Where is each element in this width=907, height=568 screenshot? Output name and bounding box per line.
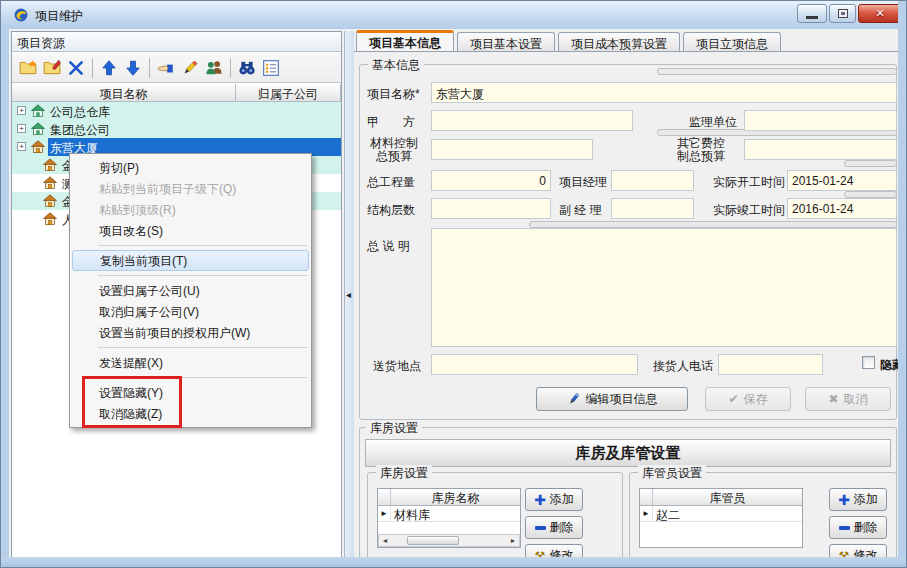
description-textarea[interactable] <box>431 228 897 347</box>
new-folder-icon[interactable] <box>16 56 40 80</box>
delivery-place-input[interactable] <box>431 354 638 375</box>
collapse-arrow-icon[interactable]: ◂ <box>346 289 351 300</box>
tree-column-header: 项目名称 归属子公司 <box>12 84 341 102</box>
tree-row[interactable]: +公司总仓库 <box>12 102 341 120</box>
menu-item[interactable]: 发送提醒(X) <box>72 352 309 373</box>
actual-finish-label: 实际竣工时间 <box>713 202 785 219</box>
titlebar: 项目维护 ✕ <box>1 1 907 29</box>
project-manager-input[interactable] <box>611 170 694 191</box>
edit-project-button[interactable]: 编辑项目信息 <box>536 387 688 411</box>
hand-pointer-icon[interactable] <box>154 56 178 80</box>
expand-icon[interactable]: + <box>17 106 26 115</box>
pencil-icon[interactable] <box>178 56 202 80</box>
minimize-icon <box>806 16 818 19</box>
project-icon <box>42 157 58 173</box>
column-project-name[interactable]: 项目名称 <box>12 84 236 102</box>
tab-3[interactable]: 项目成本预算设置 <box>558 32 680 52</box>
left-panel-header: 项目资源 <box>12 32 341 52</box>
table-column-title: 库房名称 <box>391 489 520 505</box>
users-icon[interactable] <box>202 56 226 80</box>
menu-item[interactable]: 复制当前项目(T) <box>72 250 309 271</box>
edit-folder-icon[interactable] <box>40 56 64 80</box>
menu-item[interactable]: 设置当前项目的授权用户(W) <box>72 322 309 343</box>
keeper-remove-button[interactable]: 删除 <box>829 516 887 539</box>
warehouse-left-legend: 库房设置 <box>376 465 432 482</box>
deputy-manager-label: 副 经 理 <box>559 202 602 219</box>
table-row[interactable]: ►材料库 <box>378 506 520 522</box>
supervisor-input[interactable] <box>744 110 897 131</box>
restore-button[interactable] <box>829 4 856 23</box>
list-view-icon[interactable] <box>259 56 283 80</box>
search-icon[interactable] <box>235 56 259 80</box>
project-manager-label: 项目经理 <box>559 174 607 191</box>
tab-4[interactable]: 项目立项信息 <box>683 32 781 52</box>
floors-input[interactable] <box>431 198 551 219</box>
supervisor-label: 监理单位 <box>689 114 737 131</box>
keeper-group-legend: 库管员设置 <box>638 465 706 482</box>
tree-label[interactable]: 集团总公司 <box>50 122 110 139</box>
hide-checkbox[interactable] <box>862 356 875 369</box>
total-quantity-label: 总工程量 <box>367 174 415 191</box>
cancel-button[interactable]: ✖ 取消 <box>805 387 891 411</box>
expand-icon[interactable]: + <box>17 142 26 151</box>
menu-item[interactable]: 剪切(P) <box>72 157 309 178</box>
deputy-manager-input[interactable] <box>611 198 694 219</box>
delete-icon[interactable] <box>64 56 88 80</box>
table-row[interactable]: ►赵二 <box>640 506 802 522</box>
tab-1[interactable]: 项目基本信息 <box>356 30 454 52</box>
basic-info-legend: 基本信息 <box>368 57 424 74</box>
close-button[interactable]: ✕ <box>858 4 902 23</box>
row-separator <box>844 191 897 198</box>
check-icon: ✔ <box>728 392 738 406</box>
company-icon <box>30 103 46 119</box>
expand-icon[interactable]: + <box>17 124 26 133</box>
project-icon <box>30 139 46 155</box>
warehouse-table-scrollbar[interactable]: ◄ ► <box>378 534 520 547</box>
menu-item[interactable]: 设置归属子公司(U) <box>72 280 309 301</box>
window-title: 项目维护 <box>35 8 83 25</box>
minus-icon <box>839 526 850 530</box>
receiver-phone-input[interactable] <box>718 354 823 375</box>
warehouse-banner: 库房及库管设置 <box>365 439 891 467</box>
project-name-label: 项目名称* <box>367 86 420 103</box>
delivery-place-label: 送货地点 <box>373 358 421 375</box>
scroll-left-icon[interactable]: ◄ <box>379 537 391 544</box>
project-icon <box>42 211 58 227</box>
menu-item[interactable]: 取消归属子公司(V) <box>72 301 309 322</box>
total-quantity-input[interactable]: 0 <box>431 170 551 191</box>
description-label: 总 说 明 <box>367 238 410 255</box>
menu-item[interactable]: 设置隐藏(Y) <box>72 382 309 403</box>
actual-start-label: 实际开工时间 <box>713 174 785 191</box>
panel-splitter[interactable]: ◂ <box>344 31 354 557</box>
x-icon: ✖ <box>828 392 838 406</box>
menu-item: 粘贴到顶级(R) <box>72 199 309 220</box>
tree-row[interactable]: +集团总公司 <box>12 120 341 138</box>
other-budget-input[interactable] <box>744 139 897 160</box>
material-budget-input[interactable] <box>431 139 593 160</box>
keeper-add-button[interactable]: ✚添加 <box>829 488 887 511</box>
up-arrow-icon[interactable] <box>97 56 121 80</box>
warehouse-remove-button[interactable]: 删除 <box>525 516 583 539</box>
project-name-input[interactable]: 东营大厦 <box>431 82 897 103</box>
scroll-thumb[interactable] <box>407 536 459 545</box>
tab-2[interactable]: 项目基本设置 <box>457 32 555 52</box>
party-a-input[interactable] <box>431 110 633 131</box>
save-button[interactable]: ✔ 保存 <box>705 387 791 411</box>
menu-item[interactable]: 取消隐藏(Z) <box>72 403 309 424</box>
menu-item[interactable]: 项目改名(S) <box>72 220 309 241</box>
column-subsidiary[interactable]: 归属子公司 <box>236 84 341 102</box>
keeper-table[interactable]: 库管员►赵二 <box>639 488 803 548</box>
tree-label[interactable]: 公司总仓库 <box>50 104 110 121</box>
actual-start-input[interactable]: 2015-01-24 <box>787 170 897 191</box>
company-icon <box>30 121 46 137</box>
plus-icon: ✚ <box>838 494 850 506</box>
scroll-right-icon[interactable]: ► <box>507 537 519 544</box>
down-arrow-icon[interactable] <box>121 56 145 80</box>
window: 项目维护 ✕ 项目资源 项目名称 归属子公司 +公司总仓库+集团总公司+东营大厦… <box>0 0 907 568</box>
minimize-button[interactable] <box>797 4 827 23</box>
actual-finish-input[interactable]: 2016-01-24 <box>787 198 897 219</box>
floors-label: 结构层数 <box>367 202 415 219</box>
table-cell[interactable]: 材料库 <box>391 506 520 521</box>
table-cell[interactable]: 赵二 <box>653 506 802 521</box>
warehouse-add-button[interactable]: ✚添加 <box>525 488 583 511</box>
